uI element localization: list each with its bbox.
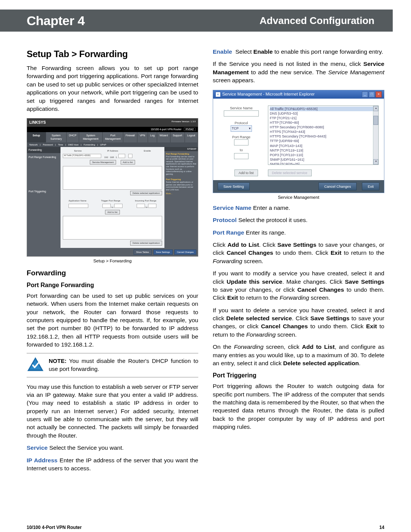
list-item[interactable]: HTTPS Secondary [TCP/8443~8443]: [270, 134, 377, 139]
screenshot-service-management: eService Management - Microsoft Internet…: [213, 90, 384, 193]
dialog-titlebar: eService Management - Microsoft Internet…: [213, 90, 384, 99]
add-to-list-button[interactable]: Add to list: [121, 160, 135, 165]
list-item[interactable]: HTTP [TCP/80~80]: [270, 120, 377, 125]
port-triggering-heading: Port Triggering: [213, 371, 384, 380]
cancel-changes-button[interactable]: Cancel Changes: [174, 249, 196, 255]
service-name-input[interactable]: [224, 110, 259, 117]
save-setting-button[interactable]: Save Setting: [218, 182, 250, 190]
maximize-icon[interactable]: □: [369, 91, 375, 97]
protocol-select[interactable]: TCP▾: [231, 125, 252, 132]
service-name-desc: Service Name Enter a name.: [213, 204, 384, 212]
list-item[interactable]: POP3 [TCP/110~110]: [270, 153, 377, 157]
screenshot-setup-forwarding: LINKSYS Firmware Version: 1.3.0 10/100 4…: [27, 118, 198, 256]
note-icon: [27, 356, 44, 374]
chevron-down-icon: ▾: [249, 126, 251, 131]
page-footer: 10/100 4-Port VPN Router 14: [27, 525, 384, 530]
service-mgmt-button[interactable]: Service Management: [90, 160, 116, 165]
show-tables-button[interactable]: Show Tables: [134, 249, 152, 255]
figure1-caption: Setup > Forwarding: [27, 258, 198, 264]
service-select[interactable]: All Traffic [TCP&UDP/1~65535]: [63, 154, 101, 158]
webserver-paragraph: You may use this function to establish a…: [27, 383, 198, 440]
close-icon[interactable]: ×: [376, 91, 382, 97]
scroll-thumb[interactable]: [373, 116, 378, 125]
scroll-down-icon[interactable]: ▾: [373, 159, 378, 165]
scroll-up-icon[interactable]: ▴: [373, 106, 378, 111]
onforwarding-paragraph: On the Forwarding screen, click Add to L…: [213, 343, 384, 367]
minimize-icon[interactable]: _: [362, 91, 368, 97]
list-item[interactable]: HTTP Secondary [TCP/8080~8080]: [270, 125, 377, 129]
port-range-label: Port Range: [218, 134, 264, 139]
addlist-paragraph: Click Add to List. Click Save Settings t…: [213, 241, 384, 265]
enable-checkbox[interactable]: [128, 154, 132, 158]
figure-service-management: eService Management - Microsoft Internet…: [213, 90, 384, 201]
ip-last-octet[interactable]: [118, 154, 125, 158]
list-item[interactable]: DNS [UDP/53~53]: [270, 111, 377, 116]
port-fwd-paragraph: Port forwarding can be used to set up pu…: [27, 292, 198, 349]
footer-page-number: 14: [379, 525, 384, 530]
note-body: You must disable the Router's DHCP funct…: [49, 358, 198, 372]
ip-field-desc: IP Address Enter the IP address of the s…: [27, 456, 198, 473]
left-column: Setup Tab > Forwarding The Forwarding sc…: [27, 48, 198, 476]
delete-app-button-2[interactable]: Delete selected application: [130, 241, 162, 245]
page-header: Chapter 4 Advanced Configuration: [0, 10, 393, 32]
tab-setup[interactable]: Setup: [27, 132, 46, 142]
list-item[interactable]: HTTPS [TCP/443~443]: [270, 129, 377, 134]
right-column: Enable Select Enable to enable this port…: [213, 48, 384, 476]
save-settings-button[interactable]: Save Settings: [153, 249, 173, 255]
forwarding-listbox[interactable]: [63, 166, 162, 190]
delete-service-button[interactable]: Delete selected service: [268, 169, 312, 176]
note-box: NOTE: You must disable the Router's DHCP…: [27, 353, 198, 377]
delete-paragraph: If you want to delete a service you have…: [213, 306, 384, 339]
list-item[interactable]: TFTP [UDP/69~69]: [270, 139, 377, 143]
trigger-listbox[interactable]: [63, 216, 162, 240]
figure-setup-forwarding: LINKSYS Firmware Version: 1.3.0 10/100 4…: [27, 118, 198, 264]
cancel-changes-button[interactable]: Cancel Changes: [319, 182, 357, 190]
main-tabs[interactable]: Setup System Summary DHCP System Managem…: [27, 132, 198, 142]
model-label: 10/100 4-port VPN Router: [151, 128, 182, 131]
forwarding-heading: Forwarding: [27, 268, 198, 278]
add-to-list-button[interactable]: Add to list: [234, 169, 258, 176]
list-item[interactable]: All Traffic [TCP&UDP/1~65535]: [270, 107, 377, 111]
list-item[interactable]: IMAP [TCP/143~143]: [270, 144, 377, 148]
enable-field-desc: Enable Select Enable to enable this port…: [213, 48, 384, 56]
figure2-caption: Service Management: [213, 195, 384, 201]
sub-nav[interactable]: Network|Password|Time|DMZ Host|Forwardin…: [27, 142, 198, 147]
service-name-label: Service Name: [218, 105, 264, 110]
protocol-desc: Protocol Select the protocol it uses.: [213, 216, 384, 224]
port-range-desc: Port Range Enter its range.: [213, 228, 384, 236]
intro-paragraph: The Forwarding screen allows you to set …: [27, 64, 198, 113]
chapter-title: Chapter 4: [27, 13, 84, 28]
modify-paragraph: If you want to modify a service you have…: [213, 269, 384, 302]
exit-button[interactable]: Exit: [362, 182, 379, 190]
list-item[interactable]: SNMP [UDP/161~161]: [270, 157, 377, 162]
header-section: Advanced Configuration: [260, 15, 374, 27]
port-range-fwd-heading: Port Range Forwarding: [27, 281, 198, 289]
scrollbar[interactable]: ▴ ▾: [373, 106, 378, 165]
add-trigger-button[interactable]: Add to list: [105, 210, 119, 214]
delete-app-button[interactable]: Delete selected application: [130, 191, 162, 195]
port-trigger-paragraph: Port triggering allows the Router to wat…: [213, 382, 384, 431]
list-item[interactable]: NNTP [TCP/119~119]: [270, 148, 377, 153]
list-item[interactable]: SMTP [TCP/25~25]: [270, 162, 377, 165]
to-label: to: [218, 147, 264, 152]
protocol-label: Protocol: [218, 120, 264, 125]
service-mgmt-intro: If the Service you need is not listed in…: [213, 60, 384, 84]
port-to-input[interactable]: [234, 153, 249, 159]
setup-tab-heading: Setup Tab > Forwarding: [27, 48, 198, 60]
port-from-input[interactable]: [234, 139, 249, 145]
service-field-desc: Service Select the Service you want.: [27, 444, 198, 452]
note-label: NOTE:: [49, 358, 67, 364]
list-item[interactable]: FTP [TCP/21~21]: [270, 116, 377, 120]
brand-logo: LINKSYS: [29, 120, 46, 125]
service-listbox[interactable]: All Traffic [TCP&UDP/1~65535] DNS [UDP/5…: [268, 105, 379, 165]
footer-product: 10/100 4-Port VPN Router: [27, 525, 82, 530]
